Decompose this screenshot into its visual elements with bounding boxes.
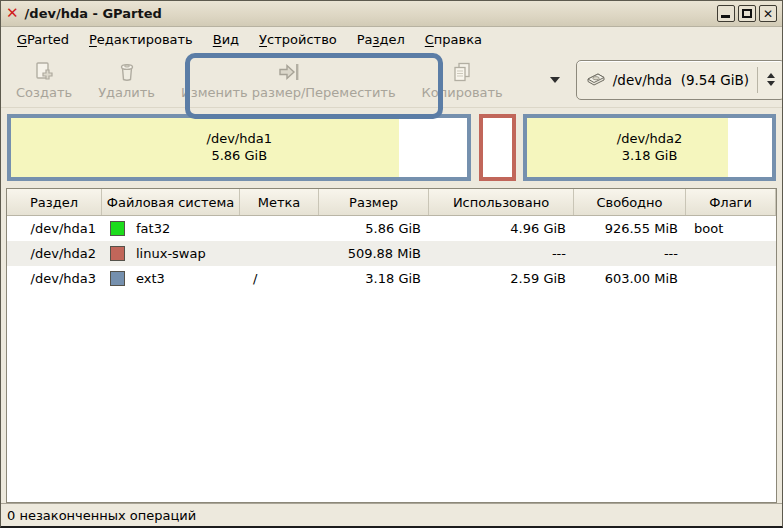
column-header-partition[interactable]: Раздел — [7, 189, 102, 215]
visual-partition-name: /dev/hda1 — [207, 130, 272, 147]
cell-used: 4.96 GiB — [429, 216, 574, 241]
gparted-window: /dev/hda - GParted GPartedРедактироватьВ… — [0, 0, 783, 528]
fs-name: ext3 — [136, 271, 165, 286]
status-text: 0 незаконченных операций — [7, 508, 196, 523]
toolbar-overflow-button[interactable] — [550, 77, 560, 83]
visual-partition-3[interactable]: /dev/hda23.18 GiB — [523, 114, 776, 181]
fs-name: linux-swap — [136, 246, 206, 261]
menu-item-5[interactable]: Справка — [415, 29, 492, 50]
table-empty-area — [7, 291, 776, 502]
cell-free: 926.55 MiB — [574, 216, 686, 241]
menu-item-4[interactable]: Раздел — [347, 29, 415, 50]
disk-visual-bar: /dev/hda15.86 GiB/dev/hda23.18 GiB — [1, 108, 782, 186]
toolbar-button-resize-move[interactable]: Изменить размер/Переместить — [168, 55, 409, 105]
column-header-used[interactable]: Использовано — [429, 189, 574, 215]
cell-partition: /dev/hda3 — [7, 266, 102, 291]
fs-color-swatch — [110, 271, 125, 286]
cell-filesystem: fat32 — [102, 216, 240, 241]
toolbar-button-copy[interactable]: Копировать — [409, 55, 516, 105]
minimize-button[interactable] — [717, 5, 735, 22]
cell-used: 2.59 GiB — [429, 266, 574, 291]
new-partition-icon — [32, 59, 56, 85]
column-header-filesystem[interactable]: Файловая система — [102, 189, 240, 215]
device-selector-value: /dev/hda (9.54 GiB) — [613, 72, 749, 88]
cell-partition: /dev/hda1 — [7, 216, 102, 241]
resize-move-icon — [275, 59, 301, 85]
table-header: РазделФайловая системаМеткаРазмерИспольз… — [7, 189, 776, 216]
cell-size: 3.18 GiB — [319, 266, 429, 291]
fs-color-swatch — [110, 246, 125, 261]
toolbar-button-label: Изменить размер/Переместить — [181, 85, 396, 100]
partition-table: РазделФайловая системаМеткаРазмерИспольз… — [6, 188, 777, 503]
visual-partition-size: 3.18 GiB — [622, 147, 678, 164]
menu-item-1[interactable]: Редактировать — [79, 29, 203, 50]
fs-name: fat32 — [136, 221, 170, 236]
column-header-size[interactable]: Размер — [319, 189, 429, 215]
harddisk-icon — [585, 69, 607, 90]
cell-flags — [686, 241, 776, 266]
maximize-icon — [742, 9, 752, 18]
visual-partition-2[interactable] — [479, 114, 516, 181]
close-button[interactable] — [759, 5, 777, 22]
toolbar-button-label: Создать — [16, 85, 72, 100]
window-controls — [717, 5, 777, 22]
cell-size: 509.88 MiB — [319, 241, 429, 266]
menu-item-2[interactable]: Вид — [203, 29, 249, 50]
menu-item-3[interactable]: Устройство — [249, 29, 347, 50]
toolbar: СоздатьУдалитьИзменить размер/Переместит… — [1, 52, 782, 108]
titlebar[interactable]: /dev/hda - GParted — [1, 1, 782, 27]
column-header-free[interactable]: Свободно — [574, 189, 686, 215]
visual-partition-1[interactable]: /dev/hda15.86 GiB — [7, 114, 471, 181]
maximize-button[interactable] — [738, 5, 756, 22]
statusbar: 0 незаконченных операций — [1, 503, 782, 526]
fs-color-swatch — [110, 221, 125, 236]
cell-filesystem: linux-swap — [102, 241, 240, 266]
menubar: GPartedРедактироватьВидУстройствоРазделС… — [1, 27, 782, 52]
cell-partition: /dev/hda2 — [7, 241, 102, 266]
cell-label: / — [240, 266, 319, 291]
window-title: /dev/hda - GParted — [25, 6, 162, 21]
menu-item-0[interactable]: GParted — [7, 29, 79, 50]
toolbar-button-label: Удалить — [98, 85, 155, 100]
cell-free: --- — [574, 241, 686, 266]
close-icon — [763, 6, 773, 21]
combo-stepper-icon — [764, 73, 778, 86]
column-header-flags[interactable]: Флаги — [686, 189, 776, 215]
table-body: /dev/hda1fat325.86 GiB4.96 GiB926.55 MiB… — [7, 216, 776, 291]
table-row-3[interactable]: /dev/hda3ext3/3.18 GiB2.59 GiB603.00 MiB — [7, 266, 776, 291]
device-selector[interactable]: /dev/hda (9.54 GiB) — [576, 60, 783, 100]
cell-flags: boot — [686, 216, 776, 241]
column-header-label[interactable]: Метка — [240, 189, 319, 215]
table-row-2[interactable]: /dev/hda2linux-swap509.88 MiB------ — [7, 241, 776, 266]
chevron-down-icon — [550, 77, 560, 83]
toolbar-button-new[interactable]: Создать — [3, 55, 85, 105]
cell-filesystem: ext3 — [102, 266, 240, 291]
toolbar-button-delete[interactable]: Удалить — [85, 55, 168, 105]
cell-label — [240, 216, 319, 241]
copy-icon — [450, 59, 474, 85]
gparted-window-icon — [6, 6, 19, 21]
cell-label — [240, 241, 319, 266]
delete-icon — [115, 59, 139, 85]
toolbar-button-label: Копировать — [422, 85, 503, 100]
minimize-icon — [721, 15, 730, 18]
cell-used: --- — [429, 241, 574, 266]
cell-free: 603.00 MiB — [574, 266, 686, 291]
cell-size: 5.86 GiB — [319, 216, 429, 241]
cell-flags — [686, 266, 776, 291]
combo-separator — [757, 67, 758, 93]
table-row-1[interactable]: /dev/hda1fat325.86 GiB4.96 GiB926.55 MiB… — [7, 216, 776, 241]
toolbar-buttons: СоздатьУдалитьИзменить размер/Переместит… — [3, 55, 516, 105]
visual-partition-name: /dev/hda2 — [617, 130, 682, 147]
visual-partition-size: 5.86 GiB — [211, 147, 267, 164]
